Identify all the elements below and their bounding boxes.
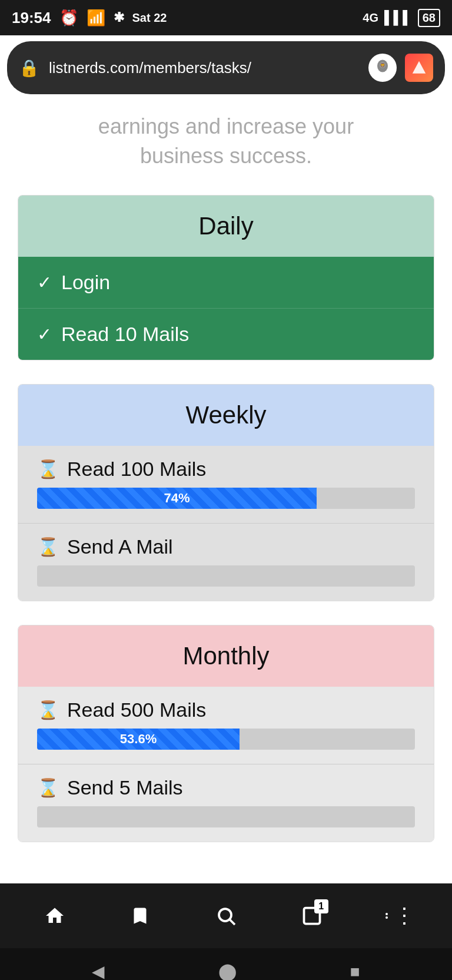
monthly-header: Monthly xyxy=(18,625,434,687)
monthly-progress-read500: 53.6% xyxy=(37,729,415,750)
check-icon-login: ✓ xyxy=(37,272,52,293)
daily-header: Daily xyxy=(18,196,434,257)
satellite-date: Sat 22 xyxy=(132,11,167,25)
bluetooth-icon: ✱ xyxy=(114,10,124,25)
daily-task-read-mails-label: Read 10 Mails xyxy=(61,323,189,346)
daily-tasks: ✓ Login ✓ Read 10 Mails xyxy=(18,257,434,360)
daily-task-login-label: Login xyxy=(61,271,110,294)
weekly-task-send-mail-label: ⌛ Send A Mail xyxy=(37,535,415,558)
weekly-progress-fill-read100: 74% xyxy=(37,488,317,509)
back-button[interactable]: ◀ xyxy=(92,962,105,980)
url-display[interactable]: listnerds.com/members/tasks/ xyxy=(49,59,359,77)
page-content: earnings and increase your business succ… xyxy=(0,100,452,883)
network-icon: 4G xyxy=(363,11,378,25)
weekly-tasks: ⌛ Read 100 Mails 74% ⌛ Send A Mail xyxy=(18,446,434,601)
nav-search-button[interactable] xyxy=(208,898,244,933)
system-nav: ◀ ⬤ ■ xyxy=(0,948,452,980)
svg-marker-3 xyxy=(413,61,426,74)
weekly-progress-read100: 74% xyxy=(37,488,415,509)
weekly-header: Weekly xyxy=(18,385,434,446)
weekly-task-read100: ⌛ Read 100 Mails 74% xyxy=(18,446,434,524)
bottom-nav: 1 ⋮ xyxy=(0,883,452,948)
daily-task-read-mails: ✓ Read 10 Mails xyxy=(18,309,434,360)
recent-button[interactable]: ■ xyxy=(350,962,360,980)
brave-triangle-icon[interactable] xyxy=(405,54,433,82)
nav-menu-button[interactable]: ⋮ xyxy=(380,898,415,933)
svg-line-5 xyxy=(230,920,235,925)
lock-icon: 🔒 xyxy=(19,58,39,78)
time-display: 19:54 xyxy=(12,9,51,27)
monthly-section: Monthly ⌛ Read 500 Mails 53.6% ⌛ Send 5 … xyxy=(18,625,434,842)
status-bar: 19:54 ⏰ 📶 ✱ Sat 22 4G ▌▌▌ 68 xyxy=(0,0,452,35)
nav-bookmark-button[interactable] xyxy=(122,898,158,933)
svg-text:🦁: 🦁 xyxy=(380,62,385,68)
monthly-task-read500-label: ⌛ Read 500 Mails xyxy=(37,698,415,721)
browser-icons: 🦁 xyxy=(368,54,433,82)
daily-task-login: ✓ Login xyxy=(18,257,434,309)
tabs-badge: 1 xyxy=(314,899,328,913)
weekly-section: Weekly ⌛ Read 100 Mails 74% ⌛ Send A Mai… xyxy=(18,384,434,601)
battery-display: 68 xyxy=(418,9,440,27)
status-right: 4G ▌▌▌ 68 xyxy=(363,9,440,27)
monthly-tasks: ⌛ Read 500 Mails 53.6% ⌛ Send 5 Mails xyxy=(18,687,434,842)
monthly-task-send5-label: ⌛ Send 5 Mails xyxy=(37,776,415,799)
status-left: 19:54 ⏰ 📶 ✱ Sat 22 xyxy=(12,9,167,27)
hourglass-icon-1: ⌛ xyxy=(37,459,59,479)
monthly-task-send5: ⌛ Send 5 Mails xyxy=(18,764,434,842)
svg-point-4 xyxy=(219,909,231,921)
check-icon-read-mails: ✓ xyxy=(37,324,52,345)
hero-line2: business success. xyxy=(18,141,434,171)
monthly-task-read500: ⌛ Read 500 Mails 53.6% xyxy=(18,687,434,764)
brave-lion-icon[interactable]: 🦁 xyxy=(368,54,397,82)
weekly-task-read100-label: ⌛ Read 100 Mails xyxy=(37,458,415,481)
hourglass-icon-3: ⌛ xyxy=(37,700,59,720)
nav-home-button[interactable] xyxy=(37,898,72,933)
alarm-icon: ⏰ xyxy=(59,9,78,27)
monthly-progress-send5 xyxy=(37,806,415,827)
monthly-progress-fill-read500: 53.6% xyxy=(37,729,240,750)
nav-tabs-button[interactable]: 1 xyxy=(294,898,330,933)
signal-icon: 📶 xyxy=(87,9,105,27)
browser-bar[interactable]: 🔒 listnerds.com/members/tasks/ 🦁 xyxy=(7,41,445,94)
signal-bars-icon: ▌▌▌ xyxy=(384,10,412,25)
hero-text: earnings and increase your business succ… xyxy=(18,100,434,195)
weekly-task-send-mail: ⌛ Send A Mail xyxy=(18,524,434,601)
hourglass-icon-4: ⌛ xyxy=(37,777,59,798)
hourglass-icon-2: ⌛ xyxy=(37,537,59,557)
svg-point-7 xyxy=(385,913,388,915)
home-button[interactable]: ⬤ xyxy=(218,962,237,980)
weekly-progress-send-mail xyxy=(37,565,415,587)
hero-line1: earnings and increase your xyxy=(18,112,434,141)
daily-section: Daily ✓ Login ✓ Read 10 Mails xyxy=(18,195,434,360)
svg-point-8 xyxy=(385,916,388,919)
